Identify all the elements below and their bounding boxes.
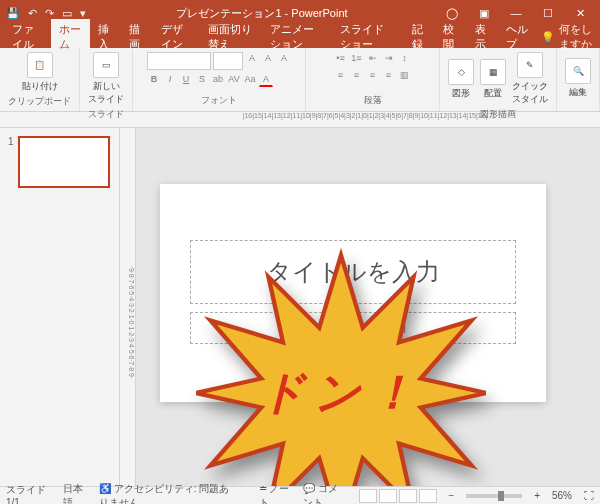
ribbon: 📋 貼り付け クリップボード ▭ 新しい スライド スライド AAA B I U	[0, 48, 600, 112]
explosion-text: ドン！	[196, 248, 486, 486]
font-size-selector[interactable]	[213, 52, 243, 70]
decrease-font-icon[interactable]: A	[261, 52, 275, 66]
arrange-button[interactable]: ▦配置	[480, 59, 506, 100]
slide-canvas-area[interactable]: タイトルを入力 サブタイトルを入力 ドン！	[136, 128, 600, 486]
shadow-icon[interactable]: ab	[211, 73, 225, 87]
minimize-icon[interactable]: —	[502, 7, 530, 19]
group-clipboard: 📋 貼り付け クリップボード	[0, 48, 80, 111]
quick-styles-icon: ✎	[517, 52, 543, 78]
slide-thumbnail[interactable]	[18, 136, 110, 188]
align-left-icon[interactable]: ≡	[334, 69, 348, 83]
zoom-out-icon[interactable]: −	[449, 490, 455, 501]
quick-styles-button[interactable]: ✎クイック スタイル	[512, 52, 548, 106]
fit-to-window-icon[interactable]: ⛶	[584, 490, 594, 501]
tell-me-search[interactable]: 💡 何をしますか	[541, 22, 600, 52]
underline-icon[interactable]: U	[179, 73, 193, 87]
slide-count: スライド 1/1	[6, 483, 51, 504]
undo-icon[interactable]: ↶	[28, 7, 37, 20]
group-label: クリップボード	[8, 93, 71, 108]
new-slide-icon: ▭	[93, 52, 119, 78]
shapes-button[interactable]: ◇図形	[448, 59, 474, 100]
reading-view-icon[interactable]	[399, 489, 417, 503]
font-family-selector[interactable]	[147, 52, 211, 70]
paste-button[interactable]: 📋 貼り付け	[22, 52, 58, 93]
find-icon: 🔍	[565, 58, 591, 84]
ribbon-tabs: ファイル ホーム 挿入 描画 デザイン 画面切り替え アニメーション スライド …	[0, 26, 600, 48]
status-bar: スライド 1/1 日本語 ♿ アクセシビリティ: 問題ありません ≐ ノート 💬…	[0, 486, 600, 504]
case-icon[interactable]: Aa	[243, 73, 257, 87]
group-label: スライド	[88, 106, 124, 121]
group-paragraph: •≡ 1≡ ⇤ ⇥ ↕ ≡ ≡ ≡ ≡ ▥ 段落	[306, 48, 440, 111]
zoom-in-icon[interactable]: +	[534, 490, 540, 501]
increase-font-icon[interactable]: A	[245, 52, 259, 66]
clear-format-icon[interactable]: A	[277, 52, 291, 66]
group-label: フォント	[201, 92, 237, 107]
start-from-beginning-icon[interactable]: ▭	[62, 7, 72, 20]
save-icon[interactable]: 💾	[6, 7, 20, 20]
qat-more-icon[interactable]: ▾	[80, 7, 86, 20]
bold-icon[interactable]: B	[147, 73, 161, 87]
clipboard-icon: 📋	[27, 52, 53, 78]
new-slide-button[interactable]: ▭ 新しい スライド	[88, 52, 124, 106]
strike-icon[interactable]: S	[195, 73, 209, 87]
quick-access-toolbar: 💾 ↶ ↷ ▭ ▾	[0, 7, 92, 20]
align-right-icon[interactable]: ≡	[366, 69, 380, 83]
view-buttons	[359, 489, 437, 503]
group-font: AAA B I U S ab AV Aa A フォント	[133, 48, 306, 111]
language-status[interactable]: 日本語	[63, 482, 87, 505]
font-color-icon[interactable]: A	[259, 73, 273, 87]
vertical-ruler: ·9·8·7·6·5·4·3·2·1·0·1·2·3·4·5·6·7·8·9·	[120, 128, 136, 486]
maximize-icon[interactable]: ☐	[534, 7, 562, 20]
group-editing: 🔍編集	[557, 48, 600, 111]
zoom-slider[interactable]	[466, 494, 522, 498]
columns-icon[interactable]: ▥	[398, 69, 412, 83]
editing-button[interactable]: 🔍編集	[565, 58, 591, 99]
spacing-icon[interactable]: AV	[227, 73, 241, 87]
thumbnail-number: 1	[8, 136, 14, 188]
arrange-icon: ▦	[480, 59, 506, 85]
zoom-level[interactable]: 56%	[552, 490, 572, 501]
group-label: 段落	[364, 92, 382, 107]
slide-thumbnail-panel: 1	[0, 128, 120, 486]
justify-icon[interactable]: ≡	[382, 69, 396, 83]
shapes-icon: ◇	[448, 59, 474, 85]
italic-icon[interactable]: I	[163, 73, 177, 87]
line-spacing-icon[interactable]: ↕	[398, 52, 412, 66]
normal-view-icon[interactable]	[359, 489, 377, 503]
redo-icon[interactable]: ↷	[45, 7, 54, 20]
slideshow-view-icon[interactable]	[419, 489, 437, 503]
indent-inc-icon[interactable]: ⇥	[382, 52, 396, 66]
indent-dec-icon[interactable]: ⇤	[366, 52, 380, 66]
close-icon[interactable]: ✕	[566, 7, 594, 20]
sorter-view-icon[interactable]	[379, 489, 397, 503]
ribbon-options-icon[interactable]: ▣	[470, 7, 498, 20]
workspace: 1 ·9·8·7·6·5·4·3·2·1·0·1·2·3·4·5·6·7·8·9…	[0, 128, 600, 486]
group-drawing: ◇図形 ▦配置 ✎クイック スタイル 図形描画	[440, 48, 557, 111]
group-slides: ▭ 新しい スライド スライド	[80, 48, 133, 111]
bullets-icon[interactable]: •≡	[334, 52, 348, 66]
align-center-icon[interactable]: ≡	[350, 69, 364, 83]
numbering-icon[interactable]: 1≡	[350, 52, 364, 66]
lightbulb-icon: 💡	[541, 31, 555, 44]
account-icon[interactable]: ◯	[438, 7, 466, 20]
